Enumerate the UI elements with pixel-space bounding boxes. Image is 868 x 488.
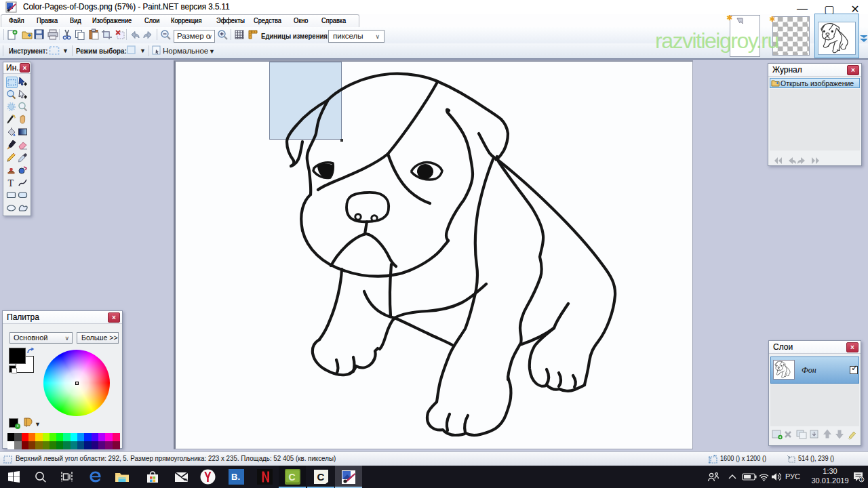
svg-text:B.: B.	[231, 472, 240, 482]
svg-text:T: T	[8, 178, 14, 188]
svg-text:1: 1	[861, 477, 863, 482]
svg-text:C: C	[288, 472, 295, 483]
svg-text:C: C	[317, 471, 324, 483]
